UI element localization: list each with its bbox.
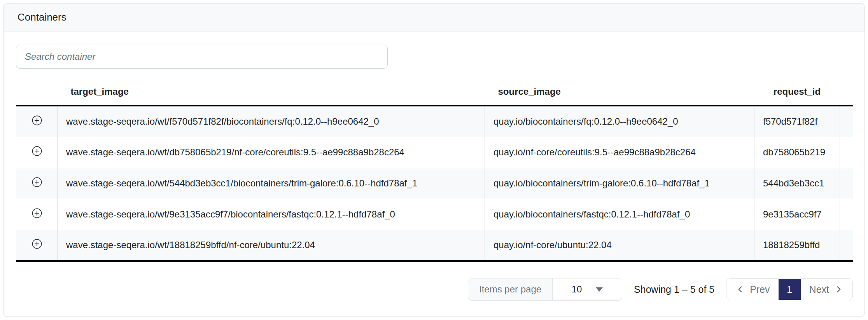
- expand-row-button[interactable]: [31, 145, 43, 157]
- plus-circle-icon: [31, 145, 43, 157]
- chevron-left-icon: [735, 284, 745, 294]
- chevron-right-icon: [834, 284, 844, 294]
- items-per-page-select[interactable]: 10: [553, 278, 622, 300]
- table-footer: Items per page 10 Showing 1 – 5 of 5 Pre…: [16, 278, 853, 301]
- table-body: wave.stage-seqera.io/wt/f570d571f82f/bio…: [16, 106, 853, 261]
- next-button[interactable]: Next: [801, 279, 852, 300]
- items-per-page-control: Items per page 10: [468, 278, 622, 301]
- table-header-row: target_image source_image request_id: [16, 78, 853, 106]
- caret-down-icon: [596, 287, 603, 292]
- column-header-expand: [16, 78, 58, 106]
- cell-request-id: 18818259bffd: [754, 230, 840, 261]
- containers-table: target_image source_image request_id: [16, 78, 853, 262]
- table-row: wave.stage-seqera.io/wt/f570d571f82f/bio…: [16, 106, 853, 137]
- containers-table-wrap: target_image source_image request_id: [16, 78, 853, 262]
- cell-extra: [840, 199, 853, 230]
- table-row: wave.stage-seqera.io/wt/18818259bffd/nf-…: [16, 230, 853, 261]
- table-row: wave.stage-seqera.io/wt/9e3135acc9f7/bio…: [16, 199, 853, 230]
- cell-target-image: wave.stage-seqera.io/wt/9e3135acc9f7/bio…: [58, 199, 485, 230]
- column-header-target-image: target_image: [58, 78, 485, 106]
- search-input[interactable]: [16, 45, 388, 69]
- expand-row-button[interactable]: [31, 176, 43, 188]
- cell-extra: [840, 168, 853, 199]
- next-button-label: Next: [809, 284, 829, 295]
- column-header-extra: [840, 78, 853, 106]
- page-1-button[interactable]: 1: [779, 279, 801, 300]
- page-title: Containers: [18, 11, 66, 23]
- cell-source-image: quay.io/biocontainers/trim-galore:0.6.10…: [485, 168, 754, 199]
- plus-circle-icon: [31, 115, 43, 126]
- cell-source-image: quay.io/nf-core/coreutils:9.5--ae99c88a9…: [485, 137, 754, 168]
- column-header-request-id: request_id: [754, 78, 840, 106]
- column-header-source-image: source_image: [485, 78, 754, 106]
- expand-row-button[interactable]: [31, 238, 43, 250]
- prev-button-label: Prev: [750, 284, 770, 295]
- cell-request-id: 544bd3eb3cc1: [754, 168, 840, 199]
- showing-range-text: Showing 1 – 5 of 5: [634, 284, 714, 295]
- cell-extra: [840, 137, 853, 168]
- plus-circle-icon: [31, 176, 43, 188]
- containers-card: Containers target_image source_image: [3, 3, 865, 317]
- cell-request-id: db758065b219: [754, 137, 840, 168]
- plus-circle-icon: [31, 207, 43, 219]
- items-per-page-value: 10: [572, 284, 582, 295]
- prev-button[interactable]: Prev: [726, 279, 778, 300]
- table-row: wave.stage-seqera.io/wt/544bd3eb3cc1/bio…: [16, 168, 853, 199]
- cell-target-image: wave.stage-seqera.io/wt/db758065b219/nf-…: [58, 137, 485, 168]
- cell-source-image: quay.io/biocontainers/fastqc:0.12.1--hdf…: [485, 199, 754, 230]
- cell-target-image: wave.stage-seqera.io/wt/18818259bffd/nf-…: [58, 230, 485, 261]
- card-body: target_image source_image request_id: [4, 31, 864, 301]
- cell-source-image: quay.io/biocontainers/fq:0.12.0--h9ee064…: [485, 106, 754, 137]
- items-per-page-label: Items per page: [468, 278, 553, 300]
- table-row: wave.stage-seqera.io/wt/db758065b219/nf-…: [16, 137, 853, 168]
- cell-target-image: wave.stage-seqera.io/wt/544bd3eb3cc1/bio…: [58, 168, 485, 199]
- card-header: Containers: [4, 3, 864, 31]
- cell-extra: [840, 106, 853, 137]
- cell-source-image: quay.io/nf-core/ubuntu:22.04: [485, 230, 754, 261]
- plus-circle-icon: [31, 238, 43, 250]
- expand-row-button[interactable]: [31, 115, 43, 126]
- cell-request-id: f570d571f82f: [754, 106, 840, 137]
- cell-extra: [840, 230, 853, 261]
- expand-row-button[interactable]: [31, 207, 43, 219]
- cell-target-image: wave.stage-seqera.io/wt/f570d571f82f/bio…: [58, 106, 485, 137]
- cell-request-id: 9e3135acc9f7: [754, 199, 840, 230]
- pager: Prev 1 Next: [726, 278, 853, 300]
